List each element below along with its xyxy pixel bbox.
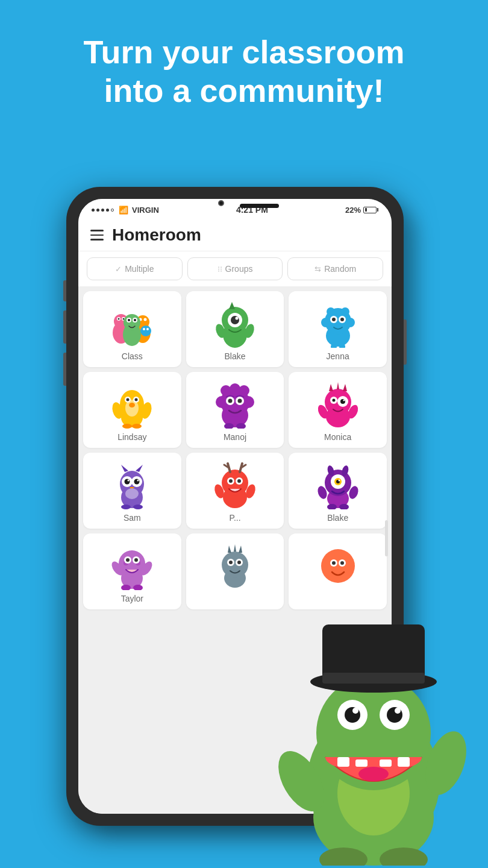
jenna-avatar — [314, 300, 362, 348]
student-card-p[interactable]: P... — [186, 453, 284, 529]
svg-marker-67 — [337, 382, 339, 389]
svg-point-137 — [332, 561, 336, 565]
phone-device: 📶 VIRGIN 4:21 PM 22% — [66, 187, 422, 826]
lindsay-avatar — [108, 380, 156, 429]
svg-point-45 — [135, 398, 138, 401]
class-avatar — [108, 300, 156, 348]
scroll-indicator — [385, 520, 388, 556]
students-grid: Class — [83, 291, 387, 609]
svg-point-134 — [237, 561, 241, 564]
student-card-jenna[interactable]: Jenna — [289, 291, 387, 367]
svg-point-161 — [380, 848, 428, 866]
student-name: Blake — [327, 513, 348, 523]
svg-point-143 — [418, 726, 470, 800]
student-name: Lindsay — [117, 432, 146, 442]
svg-marker-66 — [329, 384, 333, 391]
svg-point-84 — [134, 479, 140, 485]
svg-point-61 — [237, 399, 242, 403]
student-card-blake2[interactable]: Blake — [289, 453, 387, 529]
manoj-avatar — [211, 380, 259, 429]
svg-point-34 — [332, 318, 336, 321]
svg-marker-130 — [239, 546, 242, 553]
svg-marker-21 — [229, 302, 235, 309]
student-card-extra2[interactable] — [289, 533, 387, 609]
sam-avatar — [108, 461, 156, 509]
svg-point-43 — [127, 398, 130, 401]
p-avatar — [211, 461, 259, 509]
groups-icon: ⁝⁝ — [217, 265, 222, 274]
student-card-class[interactable]: Class — [83, 291, 181, 367]
svg-point-88 — [121, 505, 131, 509]
svg-marker-78 — [121, 465, 128, 472]
svg-rect-38 — [339, 344, 345, 348]
svg-rect-37 — [331, 344, 337, 348]
svg-point-57 — [230, 383, 240, 394]
student-card-manoj[interactable]: Manoj — [186, 372, 284, 448]
status-bar: 📶 VIRGIN 4:21 PM 22% — [78, 199, 392, 218]
svg-point-59 — [228, 399, 232, 403]
random-button[interactable]: ⇆ Random — [287, 257, 383, 280]
groups-label: Groups — [225, 264, 253, 274]
svg-point-16 — [140, 326, 151, 336]
extra2-avatar — [314, 542, 362, 590]
phone-speaker — [240, 204, 279, 208]
svg-point-121 — [134, 558, 138, 562]
monica-avatar — [314, 380, 362, 429]
svg-point-32 — [341, 307, 349, 316]
app-title: Homeroom — [112, 225, 201, 245]
svg-point-127 — [222, 552, 248, 578]
multiple-label: Multiple — [125, 264, 154, 274]
svg-point-89 — [133, 505, 143, 509]
toolbar: ✓ Multiple ⁝⁝ Groups ⇆ Random — [78, 251, 392, 286]
svg-point-139 — [340, 561, 344, 565]
groups-button[interactable]: ⁝⁝ Groups — [187, 257, 283, 280]
svg-point-99 — [237, 479, 241, 483]
svg-point-29 — [321, 318, 331, 327]
menu-button[interactable] — [90, 230, 104, 241]
svg-point-17 — [143, 328, 145, 330]
student-name: Monica — [324, 432, 351, 442]
student-name: Blake — [224, 351, 245, 361]
svg-point-160 — [319, 848, 368, 866]
phone-camera — [218, 200, 224, 206]
svg-point-11 — [124, 314, 140, 331]
blake-avatar — [211, 300, 259, 348]
students-area[interactable]: Class — [78, 286, 392, 814]
svg-point-18 — [146, 328, 149, 330]
svg-point-3 — [118, 318, 120, 320]
taylor-avatar — [108, 542, 156, 590]
battery-percent: 22% — [345, 206, 361, 215]
student-name: Sam — [124, 513, 141, 523]
student-card-lindsay[interactable]: Lindsay — [83, 372, 181, 448]
svg-point-13 — [128, 319, 130, 321]
svg-point-132 — [229, 561, 233, 564]
svg-point-15 — [134, 319, 136, 321]
phone-screen: 📶 VIRGIN 4:21 PM 22% — [78, 199, 392, 814]
student-card-monica[interactable]: Monica — [289, 372, 387, 448]
blake2-avatar — [314, 461, 362, 509]
svg-point-82 — [128, 480, 130, 482]
svg-point-31 — [327, 307, 335, 316]
app-header: Homeroom — [78, 218, 392, 251]
svg-marker-128 — [228, 546, 231, 553]
student-card-taylor[interactable]: Taylor — [83, 533, 181, 609]
student-card-extra1[interactable] — [186, 533, 284, 609]
multiple-button[interactable]: ✓ Multiple — [87, 257, 183, 280]
svg-marker-129 — [234, 544, 236, 552]
svg-point-54 — [242, 396, 254, 408]
student-name: Manoj — [224, 432, 246, 442]
student-card-sam[interactable]: Sam — [83, 453, 181, 529]
svg-marker-68 — [343, 384, 347, 391]
student-name: Taylor — [121, 594, 143, 603]
svg-point-56 — [239, 385, 249, 396]
student-card-blake1[interactable]: Blake — [186, 291, 284, 367]
student-name: Class — [122, 351, 143, 361]
svg-point-53 — [216, 396, 228, 408]
student-name: P... — [229, 513, 240, 523]
svg-point-135 — [321, 549, 355, 583]
extra1-avatar — [211, 542, 259, 590]
svg-point-30 — [345, 318, 355, 327]
carrier-label: VIRGIN — [132, 206, 159, 215]
headline-text: Turn your classroom into a community! — [36, 33, 452, 110]
svg-point-9 — [144, 318, 147, 321]
